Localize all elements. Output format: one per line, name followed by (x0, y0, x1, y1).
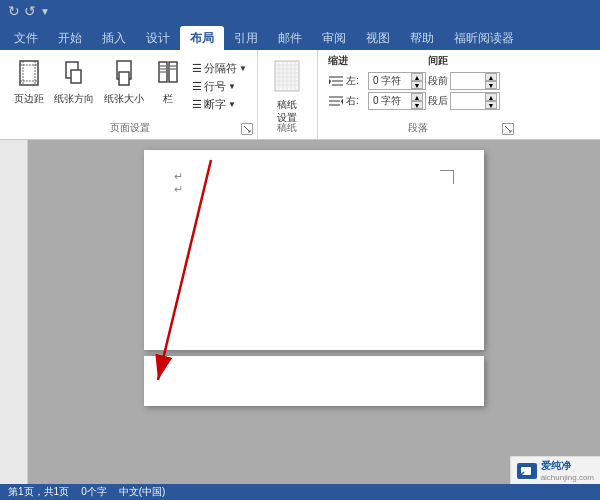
doc-canvas[interactable]: ↵ ↵ (28, 140, 600, 484)
quick-access-expand[interactable]: ▼ (40, 6, 50, 17)
indent-spacing-group: 缩进 左: 0 字符 ▲ (318, 50, 518, 139)
svg-rect-8 (119, 72, 129, 85)
tab-layout[interactable]: 布局 (180, 26, 224, 50)
tab-insert[interactable]: 插入 (92, 26, 136, 50)
tab-references[interactable]: 引用 (224, 26, 268, 50)
watermark-text: 爱纯净 aichunjing.com (541, 459, 594, 482)
page-setup-dialog-launcher[interactable] (241, 123, 253, 135)
hyphenation-icon: ☰ (192, 98, 202, 111)
tab-mailings[interactable]: 邮件 (268, 26, 312, 50)
spacing-title: 间距 (428, 54, 508, 68)
tab-file[interactable]: 文件 (4, 26, 48, 50)
draft-settings-icon (273, 60, 301, 96)
doc-page-1: ↵ ↵ (144, 150, 484, 350)
paragraph-dialog-launcher[interactable] (502, 123, 514, 135)
columns-label: 栏 (163, 92, 173, 106)
indent-right-value: 0 字符 (371, 94, 411, 108)
spacing-before-down[interactable]: ▼ (485, 81, 497, 89)
orientation-label: 纸张方向 (54, 92, 94, 106)
status-page-info: 第1页，共1页 (8, 485, 69, 499)
doc-sidebar (0, 140, 28, 484)
indent-right-label: 右: (346, 94, 366, 108)
margins-icon (18, 60, 40, 90)
indent-left-value: 0 字符 (371, 74, 411, 88)
indent-right-input[interactable]: 0 字符 ▲ ▼ (368, 92, 426, 110)
indent-left-spinners: ▲ ▼ (411, 73, 423, 89)
line-numbers-icon: ☰ (192, 80, 202, 93)
breaks-icon: ☰ (192, 62, 202, 75)
draft-paper-group: 稿纸设置 稿纸 (258, 50, 318, 139)
hyphenation-button[interactable]: ☰ 断字 ▼ (188, 96, 251, 113)
status-bar: 第1页，共1页 0个字 中文(中国) (0, 484, 600, 500)
columns-button[interactable]: 栏 (150, 58, 186, 108)
spacing-after-down[interactable]: ▼ (485, 101, 497, 109)
svg-rect-10 (169, 62, 177, 82)
hyphenation-arrow: ▼ (228, 100, 236, 109)
indent-left-label: 左: (346, 74, 366, 88)
size-button[interactable]: 纸张大小 (100, 58, 148, 108)
watermark-icon (517, 463, 537, 479)
tab-view[interactable]: 视图 (356, 26, 400, 50)
orientation-icon (63, 60, 85, 90)
paragraph-label: 段落 (318, 121, 518, 135)
indent-left-down[interactable]: ▼ (411, 81, 423, 89)
doc-page-2 (144, 356, 484, 406)
draft-paper-label: 稿纸 (258, 121, 317, 135)
quick-access-undo[interactable]: ↻ (8, 3, 20, 19)
indent-right-down[interactable]: ▼ (411, 101, 423, 109)
line-numbers-arrow: ▼ (228, 82, 236, 91)
tab-review[interactable]: 审阅 (312, 26, 356, 50)
draft-settings-button[interactable]: 稿纸设置 (269, 58, 305, 126)
margins-label: 页边距 (14, 92, 44, 106)
indent-left-up[interactable]: ▲ (411, 73, 423, 81)
document-area: ↵ ↵ (0, 140, 600, 484)
tab-help[interactable]: 帮助 (400, 26, 444, 50)
columns-icon (157, 60, 179, 90)
spacing-before-up[interactable]: ▲ (485, 73, 497, 81)
breaks-button[interactable]: ☰ 分隔符 ▼ (188, 60, 251, 77)
margins-button[interactable]: 页边距 (10, 58, 48, 108)
title-bar: ↻ ↺ ▼ (0, 0, 600, 22)
ribbon: 页边距 纸张方向 纸张大小 (0, 50, 600, 140)
line-numbers-label: 行号 (204, 79, 226, 94)
svg-rect-6 (71, 70, 81, 83)
breaks-arrow: ▼ (239, 64, 247, 73)
tab-foxit[interactable]: 福昕阅读器 (444, 26, 524, 50)
tab-design[interactable]: 设计 (136, 26, 180, 50)
line-numbers-button[interactable]: ☰ 行号 ▼ (188, 78, 251, 95)
size-label: 纸张大小 (104, 92, 144, 106)
spacing-after-input[interactable]: ▲ ▼ (450, 92, 500, 110)
tab-home[interactable]: 开始 (48, 26, 92, 50)
orientation-button[interactable]: 纸张方向 (50, 58, 98, 108)
return-mark-2: ↵ (174, 183, 454, 196)
ribbon-tabs: 文件 开始 插入 设计 布局 引用 邮件 审阅 视图 帮助 福昕阅读器 (0, 22, 600, 50)
quick-access-redo[interactable]: ↺ (24, 3, 36, 19)
size-icon (113, 60, 135, 90)
indent-right-icon (328, 94, 344, 108)
spacing-before-label: 段前 (428, 74, 448, 88)
indent-right-up[interactable]: ▲ (411, 93, 423, 101)
status-language: 中文(中国) (119, 485, 166, 499)
breaks-label: 分隔符 (204, 61, 237, 76)
return-mark-1: ↵ (174, 170, 454, 183)
page-setup-label: 页面设置 (4, 121, 257, 135)
watermark: 爱纯净 aichunjing.com (510, 456, 600, 484)
indent-title: 缩进 (328, 54, 426, 68)
spacing-before-input[interactable]: ▲ ▼ (450, 72, 500, 90)
indent-left-input[interactable]: 0 字符 ▲ ▼ (368, 72, 426, 90)
page-corner-mark (440, 170, 454, 184)
hyphenation-label: 断字 (204, 97, 226, 112)
spacing-after-label: 段后 (428, 94, 448, 108)
status-word-count: 0个字 (81, 485, 107, 499)
indent-left-icon (328, 74, 344, 88)
page-setup-group: 页边距 纸张方向 纸张大小 (4, 50, 258, 139)
indent-right-spinners: ▲ ▼ (411, 93, 423, 109)
spacing-after-up[interactable]: ▲ (485, 93, 497, 101)
